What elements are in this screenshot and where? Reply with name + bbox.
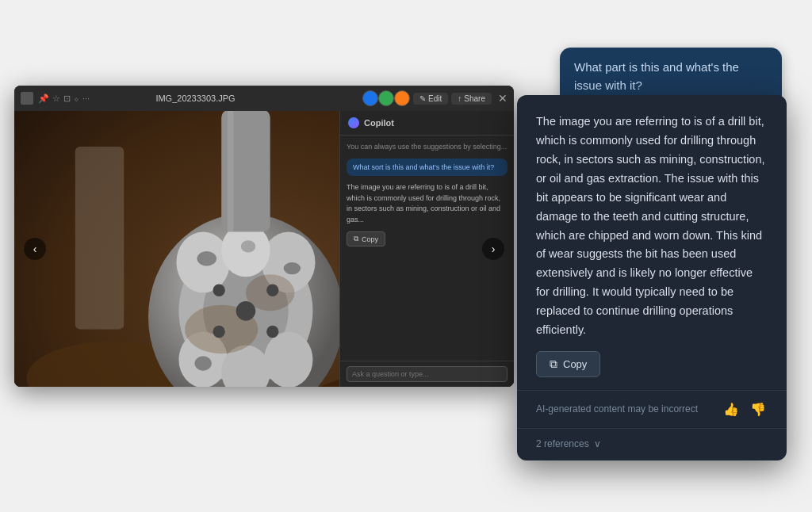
svg-rect-28 [228,111,234,231]
nav-next-button[interactable]: › [482,238,504,260]
pin-icon[interactable]: 📌 [38,94,49,104]
svg-point-21 [236,301,256,321]
thumbs-down-button[interactable]: 👎 [749,400,768,418]
svg-point-22 [213,285,224,296]
user-question-text: What part is this and what's the issue w… [574,60,739,92]
close-button[interactable]: ✕ [498,92,508,105]
avatar-3 [394,90,410,106]
share-icon: ↑ [458,94,462,103]
crop-icon[interactable]: ⊡ [63,94,71,104]
ask-input[interactable] [347,366,508,382]
svg-point-12 [264,331,312,387]
avatar-1 [362,90,378,106]
svg-point-25 [266,326,278,338]
user-message-small: What sort is this and what's the issue w… [347,159,508,177]
copilot-card-footer: AI-generated content may be incorrect 👍 … [517,390,787,428]
svg-rect-5 [75,147,124,329]
photo-titlebar: 📌 ☆ ⊡ ⬦ ··· IMG_20233303.JPG ✎ Edit ↑ Sh… [14,86,514,111]
copilot-logo-icon [348,117,359,128]
avatar-2 [378,90,394,106]
copilot-panel-footer [340,361,514,387]
edit-button[interactable]: ✎ Edit [413,93,448,105]
svg-point-24 [213,326,224,338]
photo-content-area: ‹ › Copilot You can always use the sugge… [14,111,514,387]
copilot-panel-header: Copilot [340,111,514,136]
references-label: 2 references [536,437,589,453]
chevron-down-icon: ∨ [594,437,601,453]
ai-response-small: The image you are referring to is of a d… [347,182,508,225]
copilot-response-card: The image you are referring to is of a d… [517,95,787,460]
copilot-notice: You can always use the suggestions by se… [347,142,508,152]
svg-point-17 [241,240,255,252]
ai-disclaimer-text: AI-generated content may be incorrect [536,402,698,418]
photo-viewer-window: 📌 ☆ ⊡ ⬦ ··· IMG_20233303.JPG ✎ Edit ↑ Sh… [14,86,514,387]
copy-button-small[interactable]: ⧉ Copy [347,231,385,246]
copilot-panel-title: Copilot [364,118,394,128]
edit-icon: ✎ [419,94,426,103]
copy-button-large[interactable]: ⧉ Copy [536,351,600,377]
more-icon[interactable]: ··· [82,94,90,104]
toolbar-icons: 📌 ☆ ⊡ ⬦ ··· [38,94,90,104]
svg-point-15 [197,251,216,266]
app-icon [21,92,33,105]
feedback-buttons: 👍 👎 [722,400,768,418]
filename-label: IMG_20233303.JPG [155,94,235,103]
ai-response-text: The image you are referring to is of a d… [536,113,768,340]
references-row[interactable]: 2 references ∨ [517,428,787,460]
svg-point-18 [194,356,212,370]
copy-icon-large: ⧉ [550,357,557,371]
thumbs-up-button[interactable]: 👍 [722,400,741,418]
filter-icon[interactable]: ⬦ [74,94,79,104]
avatar-group [362,90,410,106]
star-icon[interactable]: ☆ [52,94,60,104]
copy-icon-small: ⧉ [354,235,358,243]
copilot-card-body: The image you are referring to is of a d… [517,95,787,390]
svg-point-16 [284,262,301,274]
share-button[interactable]: ↑ Share [451,93,492,105]
titlebar-actions: ✎ Edit ↑ Share ✕ [362,90,508,106]
nav-prev-button[interactable]: ‹ [24,238,46,260]
svg-point-23 [266,285,278,296]
